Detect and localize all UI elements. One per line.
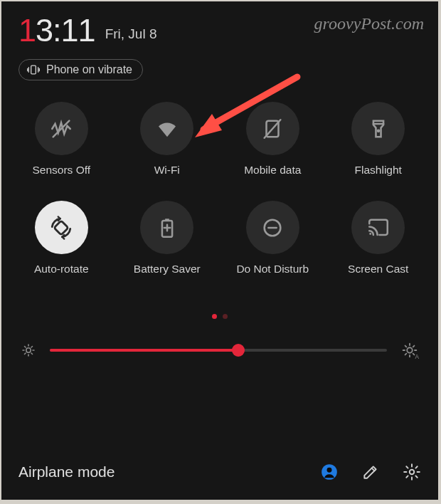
svg-point-9: [407, 347, 412, 352]
vibrate-chip-label: Phone on vibrate: [46, 63, 132, 76]
tile-auto-rotate: Auto-rotate: [9, 201, 115, 275]
brightness-low-icon: [20, 342, 37, 359]
dnd-icon: [260, 216, 285, 240]
brightness-fill: [50, 349, 238, 352]
brightness-auto-icon[interactable]: A: [400, 340, 420, 360]
svg-rect-3: [54, 220, 68, 234]
brightness-row: A: [1, 336, 438, 364]
clock: 13:11: [18, 14, 95, 46]
svg-point-12: [327, 468, 332, 473]
svg-point-8: [26, 348, 31, 352]
watermark-text: groovyPost.com: [314, 14, 424, 33]
svg-text:A: A: [415, 354, 420, 360]
tile-label: Auto-rotate: [34, 263, 89, 275]
mobile-data-icon: [260, 117, 285, 141]
vibrate-icon: [26, 63, 41, 76]
tile-sensors-off: Sensors Off: [9, 102, 115, 177]
tile-dnd: Do Not Disturb: [220, 201, 326, 275]
brightness-thumb[interactable]: [232, 344, 245, 357]
tile-auto-rotate-button[interactable]: [35, 201, 88, 254]
brightness-slider[interactable]: [50, 336, 387, 364]
svg-point-13: [410, 470, 415, 475]
clock-minutes: 11: [61, 12, 95, 48]
tile-label: Wi-Fi: [154, 164, 180, 177]
svg-rect-5: [165, 219, 169, 221]
tile-wifi: Wi-Fi: [115, 102, 220, 177]
clock-sep: :: [53, 12, 61, 48]
tile-label: Screen Cast: [348, 263, 408, 275]
svg-point-7: [369, 233, 371, 235]
tile-mobile-data-button[interactable]: [246, 102, 299, 155]
tile-battery-saver: Battery Saver: [115, 201, 220, 275]
tile-flashlight-button[interactable]: [351, 102, 405, 155]
tile-screen-cast-button[interactable]: [351, 201, 405, 254]
battery-saver-icon: [155, 216, 179, 240]
sensors-off-icon: [49, 117, 73, 141]
tile-screen-cast: Screen Cast: [326, 201, 432, 275]
svg-point-2: [378, 130, 379, 131]
tile-label: Flashlight: [355, 164, 402, 177]
flashlight-icon: [366, 117, 390, 141]
vibrate-chip[interactable]: Phone on vibrate: [18, 59, 143, 80]
airplane-mode-label[interactable]: Airplane mode: [18, 463, 320, 481]
user-icon[interactable]: [320, 463, 339, 481]
tile-label: Do Not Disturb: [236, 263, 309, 275]
wifi-icon: [155, 117, 179, 141]
tile-dnd-button[interactable]: [246, 201, 299, 254]
page-indicator: [1, 314, 438, 319]
page-dot-0[interactable]: [212, 314, 217, 319]
tile-flashlight: Flashlight: [326, 102, 432, 177]
svg-rect-0: [31, 65, 36, 74]
auto-rotate-icon: [49, 216, 73, 240]
clock-hour-lead: 1: [18, 12, 36, 48]
panel-footer: Airplane mode: [1, 450, 438, 500]
clock-hour-trail: 3: [36, 12, 53, 48]
tile-battery-saver-button[interactable]: [140, 201, 193, 254]
tile-wifi-button[interactable]: [140, 102, 193, 155]
page-dot-1[interactable]: [223, 314, 228, 319]
screen-cast-icon: [366, 216, 390, 240]
tile-label: Battery Saver: [134, 263, 201, 275]
tile-label: Mobile data: [244, 164, 301, 177]
tile-mobile-data: Mobile data: [220, 102, 326, 177]
tile-sensors-off-button[interactable]: [35, 102, 88, 155]
settings-icon[interactable]: [403, 463, 421, 481]
date-text: Fri, Jul 8: [105, 26, 157, 42]
quick-tiles-grid: Sensors Off Wi-Fi Mobile data: [1, 80, 438, 275]
edit-icon[interactable]: [361, 463, 380, 481]
tile-label: Sensors Off: [32, 164, 90, 177]
